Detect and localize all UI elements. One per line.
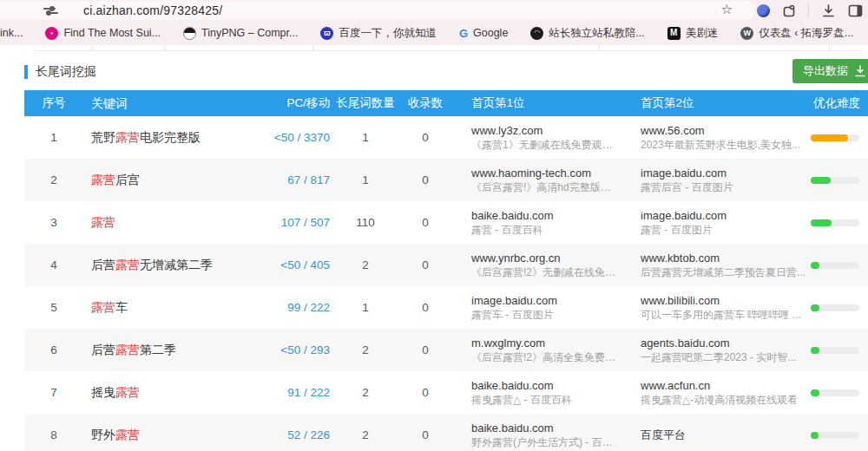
row-pc-mobile-link[interactable]: 52 / 226	[252, 428, 330, 441]
downloads-icon[interactable]	[821, 3, 836, 18]
row-tail-count: 2	[330, 343, 401, 356]
bookmark-item[interactable]: W仪表盘 ‹ 拓海罗盘...	[740, 26, 853, 41]
row-pc-mobile-link[interactable]: <50 / 293	[252, 343, 330, 356]
row-pos2: www.kbtob.com后营露营无增减第二季预告夏日营...	[619, 251, 806, 279]
download-icon	[854, 65, 866, 77]
col-seq: 序号	[24, 90, 83, 116]
row-pc-mobile-link[interactable]: 67 / 817	[252, 173, 330, 186]
row-pos1-domain: image.baidu.com	[471, 293, 619, 308]
bookmark-item[interactable]: ϖ百度一下，你就知道	[320, 26, 437, 41]
row-keyword[interactable]: 野外露营	[83, 428, 252, 443]
row-pos2-desc: 摇曳露营△-动漫高清视频在线观看	[641, 393, 806, 407]
url-text[interactable]: ci.aizhan.com/97328425/	[83, 3, 222, 17]
keyword-highlight: 露营	[115, 130, 140, 144]
row-pos1-desc: 《后宫露营!2》无删减在线免费观...	[471, 265, 619, 279]
row-pc-mobile-link[interactable]: 99 / 222	[252, 301, 330, 314]
row-pos1: image.baidu.com露营车 - 百度图片	[450, 293, 619, 322]
row-pos1-desc: 《后宫露营!2》高清全集免费在线...	[471, 350, 619, 364]
row-pc-mobile-link[interactable]: <50 / 3370	[252, 131, 330, 144]
export-data-button[interactable]: 导出数据	[792, 59, 868, 83]
row-pos1: www.ynrbc.org.cn《后宫露营!2》无删减在线免费观...	[450, 251, 619, 279]
row-pos2-desc: 露营后宫 - 百度图片	[641, 180, 806, 194]
row-keyword[interactable]: 后营露营无增减第二季	[83, 258, 252, 273]
row-tail-count: 110	[330, 216, 401, 229]
keyword-highlight: 露营	[91, 173, 115, 186]
bookmark-label: Google	[473, 27, 508, 39]
row-difficulty	[806, 134, 868, 141]
row-difficulty	[806, 389, 868, 396]
row-pos1-desc: 露营 - 百度百科	[471, 223, 619, 237]
row-seq: 8	[24, 428, 83, 441]
title-accent-bar	[24, 65, 28, 79]
row-difficulty	[806, 219, 868, 226]
table-row: 2露营后宫67 / 81710www.haoming-tech.com《后宫露营…	[24, 159, 868, 201]
table-row: 7摇曳露营91 / 22220baike.baidu.com摇曳露营△ - 百度…	[24, 371, 868, 414]
row-keyword[interactable]: 露营车	[83, 300, 252, 316]
table-row: 6后营露营第二季<50 / 29320m.wxglmy.com《后宫露营!2》高…	[24, 329, 868, 371]
col-indexed: 收录数	[401, 90, 450, 116]
row-keyword[interactable]: 荒野露营电影完整版	[83, 130, 252, 146]
keyword-text: 野外	[91, 428, 115, 441]
toolbar-divider	[808, 3, 809, 17]
row-pos2-desc: 可以一车多用的露营车 哔哩哔哩 ...	[641, 308, 806, 322]
row-tail-count: 2	[330, 428, 401, 441]
browser-chrome: ci.aizhan.com/97328425/ ☆ ink...●Find Th…	[0, 0, 868, 45]
difficulty-bar	[811, 219, 859, 226]
row-pos2-domain: www.bilibili.com	[641, 293, 806, 308]
row-pos1-domain: baike.baidu.com	[471, 421, 619, 435]
row-pc-mobile-link[interactable]: <50 / 405	[252, 258, 330, 271]
row-difficulty	[806, 432, 868, 439]
browser-toolbar: ci.aizhan.com/97328425/ ☆	[0, 0, 868, 21]
bookmark-item[interactable]: ●Find The Most Sui...	[45, 27, 161, 40]
bookmark-item[interactable]: ◠站长独立站私教陪...	[530, 26, 644, 41]
keyword-highlight: 露营	[91, 215, 115, 229]
row-pos2-desc: 一起露营吧第二季2023 - 实时智...	[641, 350, 806, 364]
google-icon: G	[459, 27, 468, 40]
address-bar[interactable]: ci.aizhan.com/97328425/ ☆	[0, 1, 755, 20]
row-seq: 5	[24, 301, 83, 314]
bookmark-item[interactable]: ink...	[0, 27, 23, 39]
table-row: 5露营车99 / 22210image.baidu.com露营车 - 百度图片w…	[24, 286, 868, 329]
row-indexed: 0	[401, 386, 450, 399]
row-tail-count: 2	[330, 258, 401, 271]
row-pos2: 百度平台	[619, 428, 806, 442]
row-pos1-desc: 野外露营(户外生活方式) - 百度百科	[471, 435, 619, 449]
bookmark-star-icon[interactable]: ☆	[721, 2, 733, 17]
row-keyword[interactable]: 露营	[83, 215, 252, 231]
row-pc-mobile-link[interactable]: 107 / 507	[252, 216, 330, 229]
keyword-text: 无增减第二季	[140, 258, 213, 271]
col-pos2: 首页第2位	[619, 90, 806, 116]
difficulty-bar	[811, 304, 859, 311]
bookmark-label: 仪表盘 ‹ 拓海罗盘...	[759, 26, 853, 41]
row-keyword[interactable]: 后营露营第二季	[83, 343, 252, 358]
row-seq: 2	[24, 173, 83, 186]
site-settings-icon[interactable]	[43, 4, 59, 16]
row-pos1-desc: 摇曳露营△ - 百度百科	[471, 393, 619, 407]
row-keyword[interactable]: 摇曳露营	[83, 385, 252, 401]
bookmark-label: 站长独立站私教陪...	[549, 26, 644, 41]
difficulty-bar	[811, 134, 859, 141]
row-pos2: www.acfun.cn摇曳露营△-动漫高清视频在线观看	[619, 378, 806, 407]
side-panel-icon[interactable]	[848, 3, 863, 18]
difficulty-bar-fill	[811, 134, 848, 141]
bookmark-item[interactable]: TinyPNG – Compr...	[183, 27, 298, 40]
bookmark-item[interactable]: M美剧迷	[667, 26, 719, 41]
extensions-puzzle-icon[interactable]	[782, 3, 796, 17]
bookmark-label: Find The Most Sui...	[63, 27, 161, 39]
pin-icon: ●	[45, 27, 58, 40]
extension-sphere-icon[interactable]	[757, 4, 770, 17]
row-indexed: 0	[401, 131, 450, 144]
row-pos1: www.ly3z.com《露营1》无删减在线免费观看 福...	[450, 123, 619, 152]
row-indexed: 0	[401, 301, 450, 314]
row-pc-mobile-link[interactable]: 91 / 222	[252, 386, 330, 399]
keyword-text: 后营	[91, 343, 115, 356]
row-keyword[interactable]: 露营后宫	[83, 173, 252, 188]
row-seq: 6	[24, 343, 83, 356]
row-pos1: baike.baidu.com野外露营(户外生活方式) - 百度百科	[450, 421, 619, 449]
row-seq: 4	[24, 258, 83, 271]
row-pos1-desc: 《后宫露营!》高清hd完整版免费...	[471, 180, 619, 194]
row-difficulty	[806, 262, 868, 269]
difficulty-bar	[811, 262, 859, 269]
row-pos1-desc: 露营车 - 百度图片	[471, 308, 619, 322]
bookmark-item[interactable]: GGoogle	[459, 27, 508, 40]
